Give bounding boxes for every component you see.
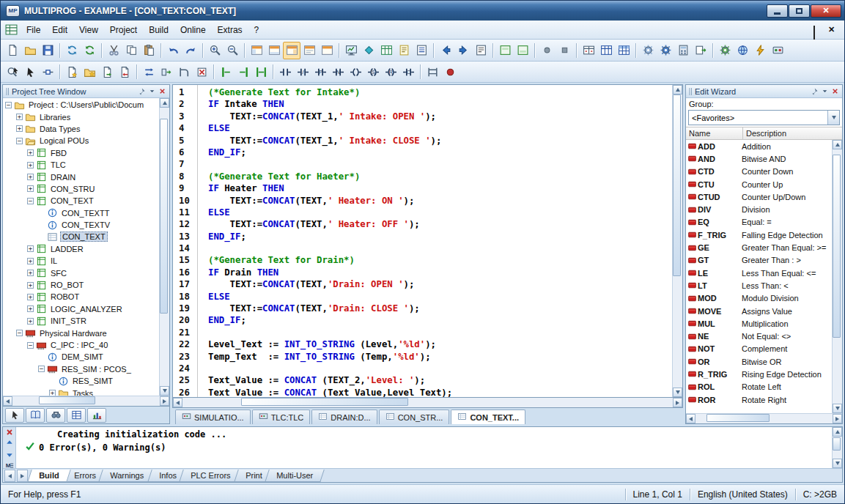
tree-expander-plus[interactable]: +	[27, 162, 34, 168]
mdi-restore-button[interactable]	[813, 26, 821, 33]
tree-node[interactable]: −RES_SIM : PCOS_	[3, 363, 159, 375]
menu-extras[interactable]: Extras	[212, 23, 248, 37]
both-power-rails-button[interactable]	[252, 63, 270, 81]
scroll-thumb[interactable]	[673, 94, 681, 276]
doc-tab-constr[interactable]: CON_STR...	[379, 410, 450, 424]
cut-button[interactable]	[105, 42, 122, 59]
connect-mode-button[interactable]	[39, 63, 56, 81]
message-close-button[interactable]	[5, 428, 14, 437]
menu-project[interactable]: Project	[104, 23, 143, 37]
wizard-row[interactable]: ANDBitwise AND	[686, 152, 832, 165]
download-button[interactable]	[692, 42, 709, 59]
tree-expander-plus[interactable]: +	[27, 245, 34, 252]
doc-tab-simulatio[interactable]: SIMULATIO...	[175, 410, 251, 424]
tree-expander-plus[interactable]: +	[16, 114, 23, 120]
mdi-minimize-button[interactable]	[799, 26, 806, 33]
contact-positive-button[interactable]: P	[311, 63, 329, 81]
scroll-up-button[interactable]	[160, 98, 169, 108]
debug-onoff-button[interactable]	[751, 42, 769, 59]
scroll-down-button[interactable]	[160, 386, 169, 396]
tree-expander-plus[interactable]: +	[49, 390, 56, 396]
zoom-select-button[interactable]	[4, 63, 21, 81]
scroll-track[interactable]	[833, 437, 842, 459]
contact-negated-button[interactable]: /	[294, 63, 311, 81]
view-cross-references-button[interactable]	[300, 42, 318, 59]
coil-set-button[interactable]: S	[364, 63, 382, 81]
view-watch-window-button[interactable]	[318, 42, 336, 59]
tree-expander-plus[interactable]: +	[16, 125, 23, 132]
next-message-button[interactable]	[5, 450, 14, 459]
pin-icon[interactable]	[137, 87, 146, 96]
tree-expander-minus[interactable]: −	[27, 198, 34, 204]
minimize-button[interactable]	[767, 4, 788, 18]
logic-analyzer-button[interactable]	[342, 42, 360, 59]
back-button[interactable]	[437, 42, 454, 59]
view-tab-chart[interactable]	[87, 408, 106, 423]
scroll-right-button[interactable]	[160, 396, 169, 406]
tree-expander-minus[interactable]: −	[5, 102, 12, 108]
tree-node[interactable]: −Physical Hardware	[3, 327, 159, 338]
scroll-down-button[interactable]	[673, 388, 682, 397]
wizard-row[interactable]: GEGreater Than Equal: >=	[686, 241, 832, 253]
tree-node[interactable]: +FBD	[3, 147, 159, 159]
tree-node[interactable]: +TLC	[3, 159, 159, 171]
titlebar[interactable]: MP MULTIPROG - EXAMPLE - [CON_TEXT:CON_T…	[1, 1, 844, 21]
tree-node[interactable]: −Logical POUs	[3, 135, 159, 147]
menu-build[interactable]: Build	[143, 23, 174, 37]
tree-expander-plus[interactable]: +	[27, 318, 34, 325]
wizard-row[interactable]: DIVDivision	[686, 203, 832, 215]
wizard-row[interactable]: CTUCounter Up	[686, 178, 832, 190]
insert-block-button[interactable]	[158, 63, 175, 81]
tree-expander-plus[interactable]: +	[27, 270, 34, 276]
document-system-icon[interactable]	[5, 24, 18, 35]
contact-parallel-button[interactable]: C	[399, 63, 417, 81]
column-description[interactable]: Description	[743, 127, 842, 139]
tree-node[interactable]: +Data Types	[3, 123, 159, 135]
previous-message-button[interactable]	[5, 439, 14, 448]
swap-operands-button[interactable]	[140, 63, 158, 81]
wizard-row[interactable]: LELess Than Equal: <=	[686, 267, 832, 279]
mdi-close-button[interactable]: ✕	[828, 26, 835, 33]
menu-edit[interactable]: Edit	[46, 23, 73, 37]
tree-expander-minus[interactable]: −	[38, 366, 45, 372]
combo-drop-button[interactable]	[827, 111, 839, 125]
tree-node[interactable]: +IL	[3, 255, 159, 267]
tree-node[interactable]: +LOGIC_ANALYZER	[3, 303, 159, 315]
view-project-tree-button[interactable]	[248, 42, 265, 59]
scroll-thumb[interactable]	[39, 396, 95, 404]
scroll-down-button[interactable]	[833, 404, 842, 413]
watch-grid-button[interactable]	[597, 42, 615, 59]
go-online-button[interactable]	[769, 42, 786, 59]
delete-block-button[interactable]	[193, 63, 210, 81]
menu-online[interactable]: Online	[174, 23, 212, 37]
goto-next-button[interactable]	[116, 63, 133, 81]
insert-branch-button[interactable]	[175, 63, 193, 81]
start-record-button[interactable]	[538, 42, 556, 59]
doc-tab-context[interactable]: CON_TEXT...	[451, 410, 525, 424]
online-debug-button[interactable]	[716, 42, 734, 59]
scroll-track[interactable]	[12, 396, 160, 406]
scroll-right-button[interactable]	[673, 398, 682, 407]
insert-object-button[interactable]	[63, 63, 81, 81]
rebuild-project-button[interactable]	[657, 42, 674, 59]
tree-node[interactable]: +ROBOT	[3, 291, 159, 303]
compare-projects-button[interactable]	[63, 42, 81, 59]
scroll-left-button[interactable]	[173, 398, 182, 407]
maximize-button[interactable]	[789, 4, 810, 18]
wizard-horizontal-scrollbar[interactable]	[686, 413, 842, 423]
right-power-rail-button[interactable]	[235, 63, 252, 81]
view-tab-binoc[interactable]	[46, 408, 65, 423]
paste-button[interactable]	[140, 42, 158, 59]
tree-expander-plus[interactable]: +	[27, 185, 34, 192]
multi-user-refresh-button[interactable]	[81, 42, 98, 59]
scroll-thumb[interactable]	[833, 155, 841, 338]
tree-node[interactable]: CON_TEXT	[3, 231, 159, 242]
close-button[interactable]: ✕	[811, 4, 841, 18]
scroll-up-button[interactable]	[833, 140, 842, 149]
panel-close-icon[interactable]	[158, 87, 166, 95]
left-power-rail-button[interactable]	[217, 63, 235, 81]
toggle-breakpoint-button[interactable]	[441, 63, 459, 81]
message-vertical-scrollbar[interactable]	[832, 427, 842, 468]
tree-node[interactable]: +Libraries	[3, 111, 159, 122]
insert-network-below-button[interactable]	[424, 63, 441, 81]
